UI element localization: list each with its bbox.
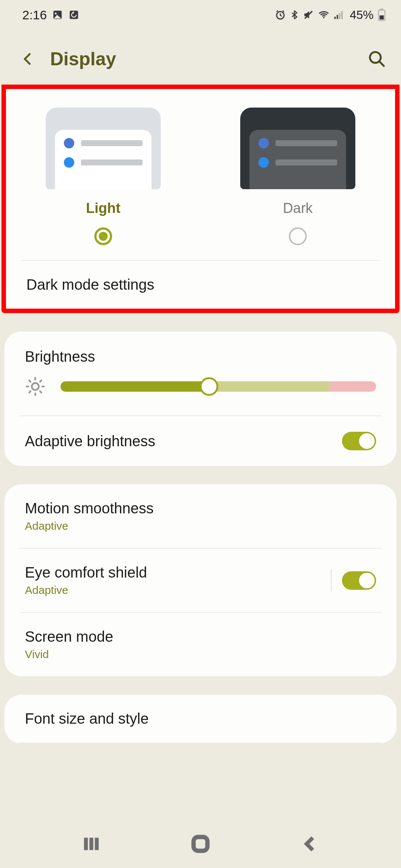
home-icon[interactable] (190, 834, 211, 854)
svg-rect-6 (334, 17, 336, 19)
screen-mode-row[interactable]: Screen mode Vivid (4, 613, 397, 676)
svg-line-14 (379, 61, 384, 66)
battery-icon (377, 9, 386, 21)
eye-comfort-label: Eye comfort shield (25, 564, 147, 581)
theme-option-dark[interactable]: Dark (210, 108, 385, 245)
svg-point-1 (55, 13, 57, 14)
brightness-slider-thumb[interactable] (200, 377, 218, 396)
adaptive-brightness-switch[interactable] (342, 432, 376, 450)
wifi-icon (318, 9, 330, 20)
adaptive-brightness-row[interactable]: Adaptive brightness (4, 416, 397, 466)
nav-back-icon[interactable] (300, 835, 319, 853)
svg-line-21 (40, 391, 42, 393)
svg-line-22 (29, 391, 31, 393)
search-icon[interactable] (368, 50, 386, 68)
motion-label: Motion smoothness (25, 500, 154, 517)
battery-percent: 45% (350, 8, 374, 22)
status-time: 2:16 (22, 8, 47, 22)
screen-mode-value: Vivid (25, 648, 113, 661)
gallery-icon (52, 9, 63, 20)
brightness-slider[interactable] (61, 381, 376, 392)
svg-rect-11 (380, 9, 384, 10)
svg-rect-8 (339, 13, 340, 19)
display-options-card: Motion smoothness Adaptive Eye comfort s… (4, 484, 397, 676)
nav-bar (0, 820, 401, 868)
recents-icon[interactable] (82, 835, 101, 853)
theme-preview-light (46, 108, 161, 189)
dark-mode-settings-row[interactable]: Dark mode settings (6, 261, 395, 309)
font-card: Font size and style (4, 695, 397, 743)
eye-comfort-switch[interactable] (342, 571, 376, 590)
signal-icon (333, 9, 345, 20)
page-title: Display (50, 48, 353, 70)
divider-vertical (331, 570, 332, 591)
bluetooth-icon (290, 9, 299, 20)
theme-label-dark: Dark (283, 200, 313, 216)
motion-smoothness-row[interactable]: Motion smoothness Adaptive (4, 484, 397, 548)
font-size-style-row[interactable]: Font size and style (4, 695, 397, 743)
svg-point-5 (323, 17, 325, 19)
font-label: Font size and style (25, 710, 149, 727)
status-bar: 2:16 45% (0, 0, 401, 30)
theme-label-light: Light (86, 200, 121, 216)
refresh-icon (68, 9, 79, 20)
brightness-icon (25, 376, 46, 397)
brightness-card: Brightness Adaptive brightness (4, 332, 397, 466)
svg-line-20 (29, 381, 31, 382)
dark-mode-settings-label: Dark mode settings (26, 276, 154, 293)
alarm-icon (275, 9, 286, 20)
title-bar: Display (0, 30, 401, 85)
svg-point-15 (32, 383, 39, 390)
brightness-label: Brightness (4, 332, 397, 376)
svg-rect-12 (379, 15, 384, 19)
back-icon[interactable] (20, 52, 35, 66)
theme-card: Light Dark Dark mode settings (1, 85, 400, 313)
theme-option-light[interactable]: Light (16, 108, 191, 245)
radio-light[interactable] (94, 227, 112, 245)
svg-rect-7 (337, 15, 338, 19)
adaptive-brightness-label: Adaptive brightness (25, 433, 155, 450)
svg-rect-9 (341, 11, 343, 19)
screen-mode-label: Screen mode (25, 628, 113, 645)
mute-icon (303, 9, 314, 20)
motion-value: Adaptive (25, 520, 154, 532)
svg-line-23 (40, 381, 42, 382)
radio-dark[interactable] (289, 227, 307, 245)
eye-comfort-value: Adaptive (25, 584, 147, 596)
theme-preview-dark (240, 108, 355, 189)
eye-comfort-row[interactable]: Eye comfort shield Adaptive (4, 549, 397, 612)
svg-rect-27 (193, 837, 207, 851)
